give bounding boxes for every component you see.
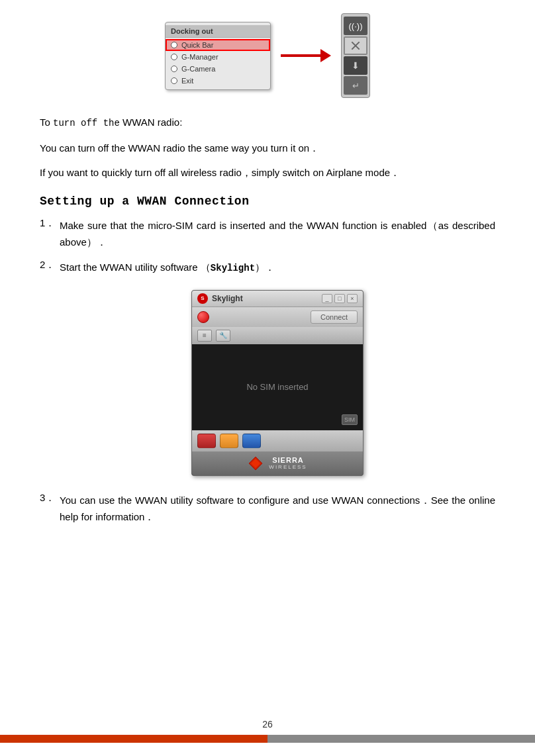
list-number-1: 1． — [40, 217, 60, 230]
sierra-sub: WIRELESS — [269, 464, 307, 470]
close-btn[interactable]: × — [347, 294, 358, 303]
diagram-area: Docking out Quick Bar G-Manager G-Camera… — [40, 13, 495, 98]
list-item-3: 3． You can use the WWAN utility software… — [40, 492, 495, 526]
bluetooth-icon: ⬇ — [344, 56, 367, 75]
menu-box: Docking out Quick Bar G-Manager G-Camera… — [165, 22, 271, 90]
menu-item-label-4: Exit — [181, 77, 193, 85]
list-content-1: Make sure that the micro-SIM card is ins… — [60, 217, 495, 251]
sierra-diamond-icon — [248, 455, 264, 471]
signal-btn[interactable]: ≡ — [197, 330, 212, 342]
list-number-2: 2． — [40, 259, 60, 271]
skylight-bottom-bar — [192, 430, 363, 451]
x-close-icon — [344, 36, 367, 55]
signal-icon: ((·)) — [344, 17, 367, 35]
menu-radio-3 — [171, 66, 177, 72]
page-number: 26 — [262, 719, 273, 730]
skylight-toolbar: Connect — [192, 307, 363, 327]
no-sim-text: No SIM inserted — [246, 382, 308, 392]
connection-indicator — [197, 311, 209, 323]
x-shape — [350, 40, 362, 52]
menu-item-gcamera[interactable]: G-Camera — [166, 63, 270, 75]
section-heading: Setting up a WWAN Connection — [40, 195, 495, 208]
list-content-3: You can use the WWAN utility software to… — [60, 492, 495, 526]
menu-title: Docking out — [166, 25, 270, 38]
footer-bar — [0, 735, 535, 743]
skylight-titlebar: S Skylight _ □ × — [192, 291, 363, 307]
arrow-container — [281, 49, 331, 62]
arrow-head — [320, 49, 331, 62]
list-number-3: 3． — [40, 492, 60, 504]
menu-item-label: Quick Bar — [181, 41, 213, 49]
menu-item-label-2: G-Manager — [181, 53, 219, 61]
numbered-list: 1． Make sure that the micro-SIM card is … — [40, 217, 495, 526]
sim-icon: SIM — [342, 414, 358, 425]
sierra-name: SIERRA — [272, 456, 304, 464]
skylight-title-text: Skylight — [212, 294, 243, 303]
skylight-software-name: Skylight — [211, 263, 255, 273]
skylight-content-area: No SIM inserted SIM — [192, 344, 363, 430]
skylight-title-left: S Skylight — [197, 293, 243, 304]
blue-btn[interactable] — [242, 434, 261, 448]
red-arrow — [281, 49, 331, 62]
menu-item-label-3: G-Camera — [181, 65, 215, 73]
skylight-subbar: ≡ 🔧 — [192, 327, 363, 344]
arrow-line — [281, 54, 320, 57]
list-item-1: 1． Make sure that the micro-SIM card is … — [40, 217, 495, 251]
paragraph-1: You can turn off the WWAN radio the same… — [40, 140, 495, 157]
menu-radio — [171, 42, 177, 48]
skylight-window: S Skylight _ □ × Connect ≡ — [191, 290, 364, 476]
turn-off-heading: To turn off the WWAN radio: — [40, 114, 495, 132]
list-item-2: 2． Start the WWAN utility software （Skyl… — [40, 259, 495, 277]
list-content-2: Start the WWAN utility software （Skyligh… — [60, 259, 495, 277]
paragraph-2: If you want to quickly turn off all wire… — [40, 164, 495, 181]
page-container: Docking out Quick Bar G-Manager G-Camera… — [0, 0, 535, 756]
list-content-2-prefix: Start the WWAN utility software （ — [60, 261, 211, 273]
return-icon: ↵ — [344, 76, 367, 95]
menu-radio-2 — [171, 54, 177, 60]
footer-bar-left — [0, 735, 268, 743]
sierra-logo — [248, 455, 264, 471]
menu-item-gmanager[interactable]: G-Manager — [166, 51, 270, 63]
list-content-2-suffix: ）． — [255, 261, 275, 273]
skylight-logo-icon: S — [197, 293, 208, 304]
red-btn[interactable] — [197, 434, 216, 448]
turn-off-monospace: turn off the — [53, 118, 120, 128]
menu-item-exit[interactable]: Exit — [166, 75, 270, 87]
connect-button[interactable]: Connect — [311, 310, 358, 324]
skylight-controls: _ □ × — [322, 294, 358, 303]
tools-btn[interactable]: 🔧 — [216, 330, 230, 342]
menu-radio-4 — [171, 77, 177, 84]
menu-item-quickbar[interactable]: Quick Bar — [166, 39, 270, 51]
footer-bar-right — [268, 735, 535, 743]
maximize-btn[interactable]: □ — [334, 294, 345, 303]
orange-btn[interactable] — [220, 434, 238, 448]
screenshot-container: S Skylight _ □ × Connect ≡ — [60, 290, 495, 476]
minimize-btn[interactable]: _ — [322, 294, 332, 303]
sierra-branding: SIERRA WIRELESS — [192, 451, 363, 475]
page-footer: 26 — [0, 719, 535, 743]
tray-panel: ((·)) ⬇ ↵ — [341, 13, 370, 98]
